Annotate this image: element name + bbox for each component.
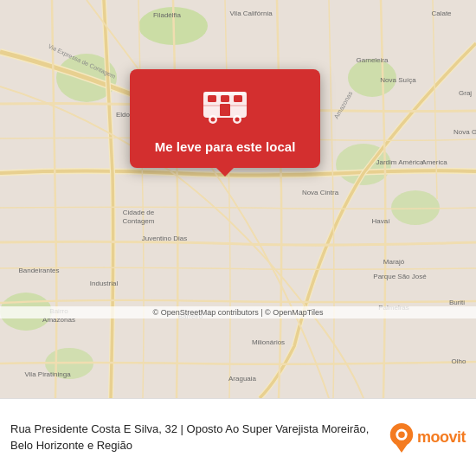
svg-text:Araguaia: Araguaia — [228, 375, 257, 383]
moovit-text: moovit — [417, 428, 466, 447]
svg-text:Nova Suíça: Nova Suíça — [380, 76, 416, 84]
svg-text:Parque São José: Parque São José — [373, 273, 427, 280]
moovit-pin-icon — [389, 423, 414, 453]
svg-text:Bandeirantes: Bandeirantes — [18, 267, 59, 274]
svg-text:Vila Califórnia: Vila Califórnia — [229, 10, 273, 17]
svg-text:Milionários: Milionários — [252, 338, 285, 346]
svg-text:Cidade de: Cidade de — [123, 209, 155, 216]
svg-text:Contagem: Contagem — [123, 217, 155, 225]
svg-point-50 — [398, 431, 405, 438]
svg-text:Havaí: Havaí — [372, 217, 391, 225]
map-attribution: © OpenStreetMap contributors | © OpenMap… — [0, 306, 476, 318]
moovit-logo: moovit — [389, 423, 466, 453]
svg-text:Industrial: Industrial — [90, 280, 119, 287]
svg-point-5 — [391, 190, 440, 225]
svg-rect-39 — [208, 95, 216, 102]
svg-text:Juventino Dias: Juventino Dias — [142, 235, 187, 242]
svg-text:Jardim América: Jardim América — [376, 158, 424, 166]
svg-text:Olho: Olho — [452, 357, 466, 365]
svg-text:Nova Gran: Nova Gran — [453, 128, 476, 136]
svg-rect-40 — [221, 95, 229, 102]
svg-point-45 — [211, 118, 215, 122]
svg-point-46 — [235, 118, 240, 122]
svg-text:Buriti: Buriti — [449, 299, 465, 306]
svg-text:Graj: Graj — [459, 89, 472, 97]
svg-text:Filadélfia: Filadélfia — [153, 11, 182, 19]
location-text: Rua Presidente Costa E Silva, 32 | Opost… — [10, 421, 381, 453]
svg-text:Calate: Calate — [431, 10, 452, 17]
popup-label: Me leve para este local — [155, 138, 296, 156]
svg-rect-41 — [234, 95, 242, 102]
location-popup[interactable]: Me leve para este local — [130, 69, 320, 168]
svg-text:America: America — [421, 158, 447, 166]
svg-text:Vila Piratininga: Vila Piratininga — [24, 370, 71, 378]
svg-text:Marajó: Marajó — [383, 258, 405, 266]
bus-icon — [199, 85, 251, 132]
svg-text:Gameleira: Gameleira — [357, 56, 389, 64]
svg-text:Nova Cintra: Nova Cintra — [302, 189, 339, 196]
bottom-bar: Rua Presidente Costa E Silva, 32 | Opost… — [0, 398, 476, 476]
map-view[interactable]: Filadélfia Vila Califórnia Calate Gamele… — [0, 0, 476, 398]
svg-rect-47 — [203, 92, 247, 95]
